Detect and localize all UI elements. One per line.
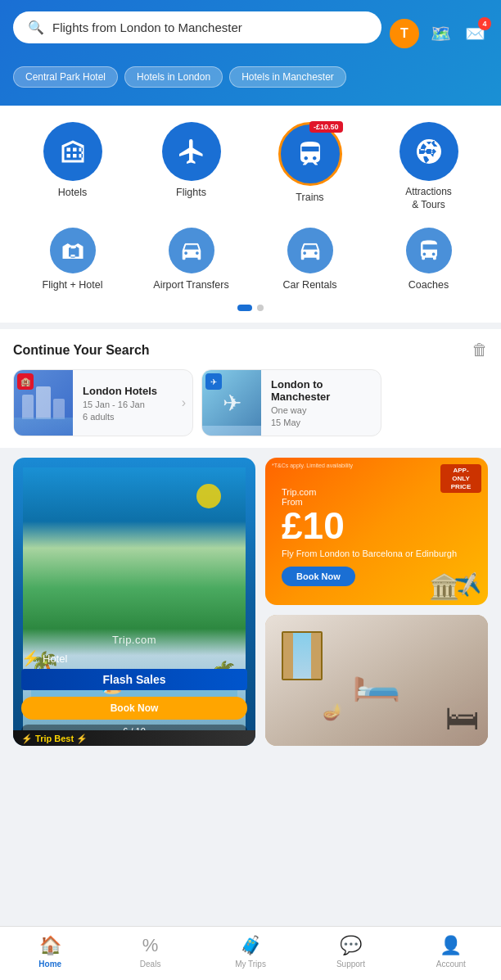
- hotel-card-dates: 15 Jan - 16 Jan: [83, 400, 174, 409]
- trains-icon: [296, 139, 325, 169]
- window-sim: [282, 631, 323, 680]
- tag-hotels-manchester[interactable]: Hotels in Manchester: [229, 66, 346, 88]
- trip-logo-left: Trip.com: [21, 634, 247, 646]
- flights-icon: [177, 137, 206, 166]
- nav-deals[interactable]: % Deals: [100, 935, 200, 969]
- deals-label: Deals: [140, 960, 161, 969]
- search-card-hotels[interactable]: 🏨 London Hotels 15 Jan - 16 Jan 6 adults…: [13, 369, 193, 436]
- hotel-card-img: 🏨: [14, 370, 73, 436]
- flight-hotel-icon: [61, 238, 85, 263]
- airport-transfers-icon-wrap: [169, 228, 214, 273]
- flight-card-info: London to Manchester One way 15 May: [261, 370, 381, 436]
- hotel-flash-book-now[interactable]: Book Now: [21, 697, 247, 720]
- dot-2: [257, 305, 264, 311]
- flight-hotel-icon-wrap: [50, 228, 96, 273]
- flash-sales-badge: Flash Sales: [21, 669, 247, 690]
- coaches-icon-wrap: [406, 228, 452, 273]
- map-icon-btn[interactable]: 🗺️: [427, 20, 454, 47]
- curtain-left: [283, 633, 293, 679]
- flight-promo-book-now[interactable]: Book Now: [282, 567, 355, 586]
- car-rentals-icon: [298, 238, 323, 263]
- account-icon: 👤: [440, 935, 462, 956]
- category-flights[interactable]: Flights: [147, 122, 237, 211]
- car-rentals-label: Car Rentals: [283, 278, 337, 291]
- attractions-icon-wrap: [399, 122, 458, 181]
- hotel-room-card[interactable]: 🛏 🪔: [265, 615, 488, 746]
- category-coaches[interactable]: Coaches: [384, 228, 474, 291]
- home-icon: 🏠: [39, 935, 61, 956]
- attractions-icon: [414, 137, 444, 166]
- hotels-label: Hotels: [58, 186, 87, 199]
- app-only-badge: APP-ONLY PRICE: [440, 464, 481, 493]
- category-trains[interactable]: -£10.50 Trains: [265, 122, 355, 211]
- home-label: Home: [38, 960, 61, 969]
- hotel-card-guests: 6 adults: [83, 412, 174, 422]
- tag-central-park[interactable]: Central Park Hotel: [13, 66, 118, 88]
- category-flight-hotel[interactable]: Flight + Hotel: [28, 228, 118, 291]
- flight-card-badge-icon: ✈: [210, 377, 217, 386]
- flight-hotel-label: Flight + Hotel: [43, 278, 103, 291]
- sun: [196, 484, 221, 508]
- nav-home[interactable]: 🏠 Home: [0, 935, 100, 969]
- flight-promo-card[interactable]: *T&Cs apply. Limited availability APP-ON…: [265, 458, 488, 605]
- big-price: £10: [282, 507, 472, 544]
- promo-section: 🌴 🌴 🏖️ Trip.com ⚡ Hotel Flash Sales Book…: [0, 448, 501, 756]
- car-rentals-icon-wrap: [287, 228, 333, 273]
- hotel-flash-sales-card[interactable]: 🌴 🌴 🏖️ Trip.com ⚡ Hotel Flash Sales Book…: [13, 458, 255, 746]
- search-bar[interactable]: 🔍 Flights from London to Manchester: [13, 11, 381, 43]
- flight-card-img: ✈ ✈: [202, 370, 261, 436]
- airport-transfers-label: Airport Transfers: [153, 278, 228, 291]
- hotels-icon-wrap: [43, 122, 102, 181]
- hotel-room-visual: 🛏 🪔: [265, 615, 488, 746]
- hotel-card-chevron: ›: [182, 370, 192, 436]
- account-label: Account: [436, 960, 466, 969]
- flight-illustration: ✈: [223, 390, 241, 417]
- nav-my-trips[interactable]: 🧳 My Trips: [201, 935, 300, 969]
- nav-account[interactable]: 👤 Account: [401, 935, 501, 969]
- nav-support[interactable]: 💬 Support: [300, 935, 400, 969]
- trip-best-banner: ⚡ Trip Best ⚡: [13, 730, 255, 746]
- flight-card-date: 15 May: [271, 418, 372, 427]
- continue-header: Continue Your Search 🗑: [13, 341, 488, 359]
- hotel-icon: [58, 137, 88, 166]
- search-input[interactable]: Flights from London to Manchester: [52, 20, 367, 34]
- support-icon: 💬: [340, 935, 362, 956]
- coaches-label: Coaches: [408, 278, 449, 291]
- hotel-card-title: London Hotels: [83, 385, 174, 397]
- avatar[interactable]: T: [390, 19, 419, 48]
- my-trips-label: My Trips: [235, 960, 266, 969]
- bed-icon: 🛏: [445, 698, 480, 738]
- dot-1: [237, 305, 252, 311]
- continue-title: Continue Your Search: [13, 343, 150, 358]
- category-airport-transfers[interactable]: Airport Transfers: [147, 228, 237, 291]
- trains-label: Trains: [296, 191, 323, 204]
- trains-icon-wrap: -£10.50: [278, 122, 342, 186]
- bottom-nav: 🏠 Home % Deals 🧳 My Trips 💬 Support 👤 Ac…: [0, 926, 501, 980]
- airport-transfers-icon: [179, 238, 204, 263]
- continue-section: Continue Your Search 🗑 🏨 London Hotels: [0, 329, 501, 448]
- trash-icon[interactable]: 🗑: [472, 341, 488, 359]
- category-hotels[interactable]: Hotels: [28, 122, 118, 211]
- flash-icon: ⚡: [21, 649, 39, 667]
- category-attractions[interactable]: Attractions& Tours: [384, 122, 474, 211]
- messages-icon-btn[interactable]: ✉️ 4: [462, 20, 488, 47]
- support-label: Support: [336, 960, 365, 969]
- category-car-rentals[interactable]: Car Rentals: [265, 228, 355, 291]
- trains-discount-badge: -£10.50: [309, 121, 343, 133]
- tag-hotels-london[interactable]: Hotels in London: [124, 66, 223, 88]
- coaches-icon: [417, 238, 441, 263]
- flights-label: Flights: [176, 186, 206, 199]
- deals-icon: %: [142, 935, 159, 956]
- my-trips-icon: 🧳: [240, 935, 262, 956]
- dot-indicators: [13, 305, 488, 311]
- hotel-text: Hotel: [43, 653, 67, 665]
- landmark-decoration: 🏛️: [429, 572, 459, 601]
- attractions-label: Attractions& Tours: [405, 186, 452, 211]
- quick-search-tags: Central Park Hotel Hotels in London Hote…: [13, 66, 488, 89]
- flight-card-type: One way: [271, 405, 372, 415]
- flight-promo-desc: Fly From London to Barcelona or Edinburg…: [282, 548, 472, 559]
- category-grid-bottom: Flight + Hotel Airport Transfers Car Ren…: [13, 228, 488, 291]
- category-section: Hotels Flights -£10.50 Trains: [0, 106, 501, 323]
- header: 🔍 Flights from London to Manchester T 🗺️…: [0, 0, 501, 106]
- search-card-flights[interactable]: ✈ ✈ London to Manchester One way 15 May: [201, 369, 381, 436]
